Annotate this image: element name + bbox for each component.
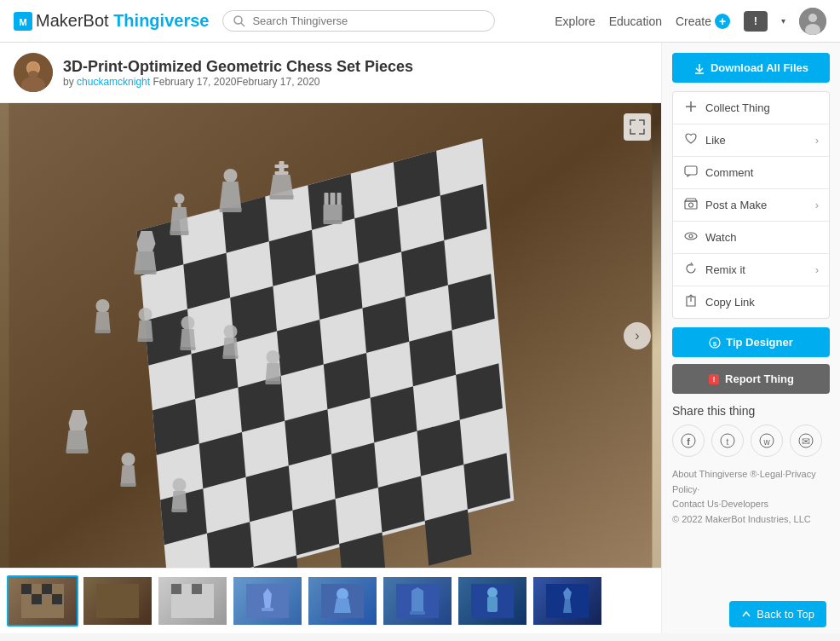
svg-rect-84	[266, 381, 281, 384]
whatsapp-share-button[interactable]: w	[751, 424, 783, 457]
svg-point-113	[487, 587, 498, 598]
back-to-top-button[interactable]: Back to Top	[729, 601, 826, 627]
notification-button[interactable]: !	[744, 11, 768, 32]
report-icon: !	[708, 373, 720, 385]
dropdown-arrow-icon[interactable]: ▾	[781, 16, 785, 26]
collect-thing-item[interactable]: Collect Thing	[673, 92, 829, 124]
svg-rect-121	[685, 166, 697, 175]
education-link[interactable]: Education	[609, 14, 662, 28]
svg-rect-114	[487, 597, 498, 612]
copy-link-icon	[683, 294, 699, 310]
search-icon	[233, 15, 245, 27]
post-make-arrow-icon: ›	[815, 199, 819, 211]
about-link[interactable]: About Thingiverse ®	[672, 469, 757, 479]
copy-link-item[interactable]: Copy Link	[673, 286, 829, 318]
post-make-icon	[684, 197, 698, 211]
post-make-item[interactable]: Post a Make ›	[673, 189, 829, 222]
svg-rect-58	[325, 193, 329, 205]
svg-rect-57	[220, 208, 242, 212]
thumbnail-5[interactable]	[307, 575, 378, 627]
search-bar[interactable]	[222, 10, 495, 32]
main-content: 3D-Print-Optimized Geometric Chess Set P…	[0, 43, 661, 633]
watch-item[interactable]: Watch	[673, 222, 829, 254]
nav-links: Explore Education Create + ! ▾	[555, 8, 826, 35]
thing-meta: by chuckamcknight February 17, 2020Febru…	[63, 76, 413, 88]
svg-text:✉: ✉	[802, 436, 810, 448]
logo-thingiverse-text: Thingiverse	[113, 11, 209, 30]
svg-rect-96	[42, 584, 52, 594]
expand-button[interactable]	[624, 113, 651, 141]
like-item[interactable]: Like ›	[673, 124, 829, 157]
next-image-button[interactable]: ›	[624, 322, 651, 349]
email-share-button[interactable]: ✉	[790, 424, 822, 457]
expand-icon	[630, 119, 645, 135]
thumb-3-icon	[171, 584, 214, 618]
tip-designer-button[interactable]: $ Tip Designer	[672, 327, 830, 357]
svg-rect-61	[324, 205, 342, 222]
search-input[interactable]	[252, 14, 484, 27]
download-label: Download All Files	[711, 61, 808, 74]
by-label: by	[63, 76, 74, 88]
whatsapp-icon: w	[759, 433, 774, 448]
facebook-icon: f	[681, 433, 696, 448]
svg-rect-87	[66, 449, 89, 453]
thumbnail-3[interactable]	[157, 575, 228, 627]
sidebar: Download All Files Collect Thing	[661, 43, 840, 633]
speech-bubble-icon	[684, 165, 698, 178]
legal-link[interactable]: Legal	[760, 469, 783, 479]
svg-marker-77	[181, 329, 196, 349]
developers-link[interactable]: Developers	[721, 499, 768, 509]
svg-rect-90	[121, 483, 136, 487]
author-link[interactable]: chuckamcknight	[77, 76, 150, 88]
thumbnail-1[interactable]	[7, 575, 78, 627]
svg-point-79	[224, 325, 238, 338]
svg-rect-102	[192, 584, 202, 594]
thumbnail-4[interactable]	[232, 575, 303, 627]
svg-marker-92	[172, 491, 187, 511]
camera-icon	[683, 197, 699, 213]
avatar[interactable]	[799, 8, 826, 35]
thing-title: 3D-Print-Optimized Geometric Chess Set P…	[63, 58, 413, 76]
report-thing-button[interactable]: ! Report Thing	[672, 364, 830, 394]
download-all-files-button[interactable]: Download All Files	[672, 53, 830, 83]
thumb-7-icon	[471, 584, 514, 618]
create-button[interactable]: Create +	[676, 14, 730, 29]
svg-rect-60	[337, 193, 342, 205]
logo[interactable]: M MakerBot Thingiverse	[14, 11, 209, 31]
svg-rect-69	[135, 270, 157, 274]
svg-rect-64	[178, 204, 181, 207]
content: 3D-Print-Optimized Geometric Chess Set P…	[0, 43, 840, 633]
plus-icon	[684, 100, 698, 113]
svg-point-124	[689, 203, 693, 207]
share-icons: f t w	[672, 424, 830, 457]
action-list: Collect Thing Like ›	[672, 91, 830, 319]
remix-arrow-icon: ›	[815, 263, 819, 276]
create-label: Create	[676, 14, 711, 28]
svg-marker-83	[266, 363, 281, 383]
thumb-4-icon	[246, 584, 289, 618]
svg-text:f: f	[687, 436, 690, 447]
remix-icon	[683, 262, 699, 278]
contact-link[interactable]: Contact Us	[672, 499, 718, 509]
watch-icon	[684, 229, 698, 243]
thumbnail-7[interactable]	[457, 575, 528, 627]
explore-link[interactable]: Explore	[555, 14, 595, 28]
twitter-share-button[interactable]: t	[711, 424, 744, 457]
copy-label: Copy Link	[705, 296, 755, 309]
comment-item[interactable]: Comment	[673, 157, 829, 189]
svg-rect-123	[685, 201, 697, 209]
svg-text:!: !	[713, 375, 716, 384]
thumbnail-8[interactable]	[532, 575, 603, 627]
thumbnail-6[interactable]	[382, 575, 453, 627]
svg-rect-105	[262, 608, 273, 611]
svg-point-126	[689, 234, 693, 238]
comment-label: Comment	[705, 166, 753, 179]
thumbnail-2[interactable]	[82, 575, 153, 627]
report-label: Report Thing	[725, 372, 794, 385]
thumb-8-icon	[546, 584, 589, 618]
facebook-share-button[interactable]: f	[672, 424, 705, 457]
remix-item[interactable]: Remix it ›	[673, 254, 829, 286]
thumbnails-strip	[0, 568, 661, 633]
share-section: Share this thing f t	[672, 404, 830, 457]
svg-marker-53	[270, 175, 294, 197]
